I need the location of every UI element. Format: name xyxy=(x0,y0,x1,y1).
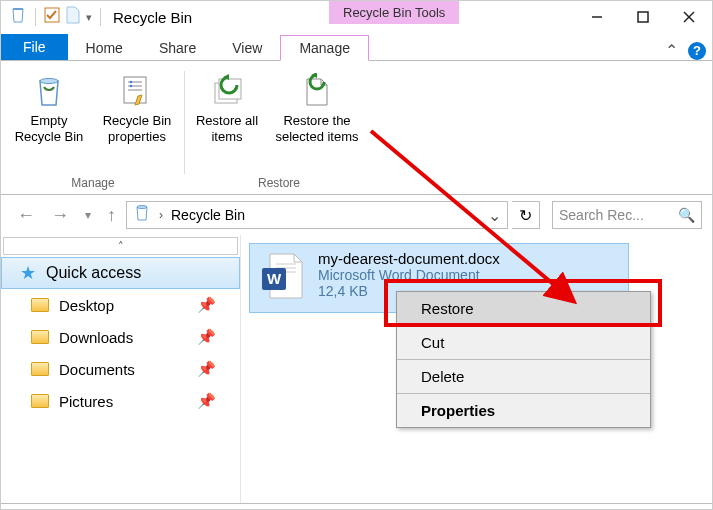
ribbon-tabs: File Home Share View Manage ⌃ ? xyxy=(1,33,712,61)
svg-point-14 xyxy=(137,206,147,209)
svg-rect-2 xyxy=(638,12,648,22)
window-title: Recycle Bin xyxy=(113,9,192,26)
file-type: Microsoft Word Document xyxy=(318,267,500,283)
pin-icon: 📌 xyxy=(197,392,216,410)
navigation-pane: ˄ ★ Quick access Desktop 📌 Downloads 📌 D… xyxy=(1,235,241,503)
dropdown-icon[interactable]: ▾ xyxy=(86,11,92,24)
sidebar-item-label: Pictures xyxy=(59,393,113,410)
tab-view[interactable]: View xyxy=(214,36,280,60)
contextual-tab-header: Recycle Bin Tools xyxy=(329,1,459,24)
pin-icon: 📌 xyxy=(197,360,216,378)
group-label: Manage xyxy=(7,173,179,194)
refresh-button[interactable]: ↻ xyxy=(512,201,540,229)
restore-selected-items-button[interactable]: Restore the selected items xyxy=(267,67,367,173)
maximize-button[interactable] xyxy=(620,1,666,33)
ribbon-group-manage: Empty Recycle Bin Recycle Bin properties… xyxy=(1,67,185,194)
tab-share[interactable]: Share xyxy=(141,36,214,60)
help-button[interactable]: ? xyxy=(688,42,706,60)
recycle-bin-properties-button[interactable]: Recycle Bin properties xyxy=(95,67,179,173)
minimize-button[interactable] xyxy=(574,1,620,33)
separator xyxy=(35,8,36,26)
empty-bin-icon xyxy=(31,73,67,109)
context-menu: Restore Cut Delete Properties xyxy=(396,291,651,428)
tab-file[interactable]: File xyxy=(1,34,68,60)
ribbon-label: Restore the selected items xyxy=(267,113,367,144)
context-menu-properties[interactable]: Properties xyxy=(397,394,650,427)
file-name: my-dearest-document.docx xyxy=(318,250,500,267)
chevron-down-icon[interactable]: ⌄ xyxy=(488,206,501,225)
search-icon: 🔍 xyxy=(678,207,695,223)
location-bar: ← → ▾ ↑ › Recycle Bin ⌄ ↻ Search Rec... … xyxy=(1,195,712,235)
collapse-ribbon-icon[interactable]: ⌃ xyxy=(665,41,678,60)
tab-manage[interactable]: Manage xyxy=(280,35,369,61)
sidebar-item-pictures[interactable]: Pictures 📌 xyxy=(1,385,240,417)
ribbon-group-restore: Restore all items Restore the selected i… xyxy=(185,67,373,194)
status-bar: 1 item 1 item selected 12,4 KB xyxy=(1,503,712,510)
separator xyxy=(100,8,101,26)
folder-icon xyxy=(31,298,49,312)
recycle-bin-icon xyxy=(133,204,151,226)
recent-locations-button[interactable]: ▾ xyxy=(79,208,97,222)
group-label: Restore xyxy=(191,173,367,194)
scroll-up-button[interactable]: ˄ xyxy=(3,237,238,255)
svg-text:W: W xyxy=(267,270,282,287)
pin-icon: 📌 xyxy=(197,328,216,346)
sidebar-item-documents[interactable]: Documents 📌 xyxy=(1,353,240,385)
restore-selected-icon xyxy=(299,73,335,109)
chevron-right-icon[interactable]: › xyxy=(159,208,163,222)
sidebar-item-downloads[interactable]: Downloads 📌 xyxy=(1,321,240,353)
checkbox-icon[interactable] xyxy=(44,7,60,27)
search-input[interactable]: Search Rec... 🔍 xyxy=(552,201,702,229)
ribbon-label: Restore all items xyxy=(191,113,263,144)
sidebar-item-label: Documents xyxy=(59,361,135,378)
up-button[interactable]: ↑ xyxy=(101,205,122,226)
svg-point-10 xyxy=(130,81,132,83)
folder-icon xyxy=(31,362,49,376)
quick-access-toolbar: ▾ xyxy=(9,6,103,28)
context-menu-restore[interactable]: Restore xyxy=(397,292,650,326)
svg-point-5 xyxy=(40,79,58,84)
folder-icon xyxy=(31,394,49,408)
star-icon: ★ xyxy=(20,262,36,284)
ribbon: Empty Recycle Bin Recycle Bin properties… xyxy=(1,61,712,195)
properties-icon xyxy=(119,73,155,109)
sidebar-item-quick-access[interactable]: ★ Quick access xyxy=(1,257,240,289)
recycle-bin-icon xyxy=(9,6,27,28)
restore-all-items-button[interactable]: Restore all items xyxy=(191,67,263,173)
window-controls xyxy=(574,1,712,33)
close-button[interactable] xyxy=(666,1,712,33)
sidebar-item-label: Desktop xyxy=(59,297,114,314)
context-menu-cut[interactable]: Cut xyxy=(397,326,650,360)
back-button[interactable]: ← xyxy=(11,205,41,226)
ribbon-help-area: ⌃ ? xyxy=(665,41,706,60)
empty-recycle-bin-button[interactable]: Empty Recycle Bin xyxy=(7,67,91,173)
restore-all-icon xyxy=(209,73,245,109)
sidebar-item-desktop[interactable]: Desktop 📌 xyxy=(1,289,240,321)
search-placeholder: Search Rec... xyxy=(559,207,644,223)
folder-icon xyxy=(31,330,49,344)
sidebar-item-label: Downloads xyxy=(59,329,133,346)
ribbon-label: Recycle Bin properties xyxy=(95,113,179,144)
pin-icon: 📌 xyxy=(197,296,216,314)
document-icon[interactable] xyxy=(66,6,80,28)
address-bar[interactable]: › Recycle Bin ⌄ xyxy=(126,201,508,229)
forward-button[interactable]: → xyxy=(45,205,75,226)
tab-home[interactable]: Home xyxy=(68,36,141,60)
breadcrumb[interactable]: Recycle Bin xyxy=(171,207,245,223)
sidebar-item-label: Quick access xyxy=(46,264,141,282)
word-document-icon: W xyxy=(256,250,308,306)
svg-point-11 xyxy=(130,85,132,87)
context-menu-delete[interactable]: Delete xyxy=(397,360,650,394)
ribbon-label: Empty Recycle Bin xyxy=(7,113,91,144)
